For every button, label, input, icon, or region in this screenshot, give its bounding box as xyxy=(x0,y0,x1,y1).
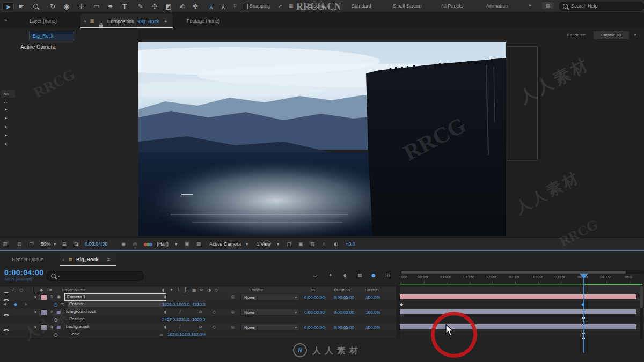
layer-name-box[interactable]: background xyxy=(64,323,165,330)
rail-panel-tab[interactable]: Na xyxy=(1,90,17,98)
duration-column-header[interactable]: Duration xyxy=(334,288,350,292)
motion-blur-icon[interactable]: ● xyxy=(371,273,376,278)
motion-blur-switch-icon[interactable]: ⊘ xyxy=(199,310,202,314)
view-layout-selector[interactable]: 1 View xyxy=(257,242,271,247)
shy-switch-icon[interactable]: ◖ xyxy=(164,295,166,299)
roto-brush-tool-button[interactable]: ✍ xyxy=(177,2,188,10)
magnification-chevron[interactable]: ▾ xyxy=(54,242,56,247)
search-help-input[interactable]: Search Help xyxy=(559,2,644,11)
layer-name-box[interactable]: Camera 1 xyxy=(64,293,166,301)
property-name-box[interactable]: Position xyxy=(68,316,165,322)
workspace-tab-essentials[interactable]: Essentials xyxy=(308,4,330,9)
quality-switch-icon[interactable]: ∕ xyxy=(179,325,181,329)
next-keyframe-icon[interactable]: ▶ xyxy=(25,302,27,306)
resolution-chevron[interactable]: ▾ xyxy=(175,242,178,247)
expand-triangle[interactable]: ▾ xyxy=(34,310,36,314)
renderer-button[interactable]: Classic 3D xyxy=(594,31,629,39)
parent-dropdown[interactable]: None ▾ xyxy=(240,294,299,301)
keyframe-indicator-icon[interactable]: ◆ xyxy=(14,302,17,307)
workspace-tab-animation[interactable]: Animation xyxy=(486,4,508,9)
view-mode-label[interactable]: Active Camera xyxy=(20,44,56,50)
layer-duration-bar[interactable] xyxy=(400,294,636,299)
playhead-line[interactable] xyxy=(583,275,584,353)
track-lane-camera-position[interactable]: ◆ ◆ xyxy=(400,301,644,309)
timeline-current-time[interactable]: 0:00:04:00 xyxy=(4,268,44,277)
stretch-value[interactable]: 100.0% xyxy=(358,310,387,315)
in-value[interactable]: 0:00:00:00 xyxy=(301,295,328,300)
timeline-h-scrollbar-handle[interactable] xyxy=(401,271,626,274)
layer-name-column-header[interactable]: Layer Name xyxy=(62,288,86,292)
workspace-bar-button[interactable]: ▤ xyxy=(542,2,554,9)
track-lane-foreground-rock[interactable] xyxy=(400,308,644,316)
column-track-divider[interactable] xyxy=(396,286,400,338)
property-name-box[interactable]: Scale xyxy=(68,331,165,337)
roi-icon[interactable]: ▣ xyxy=(185,242,189,247)
world-axis-mode-button[interactable]: Y xyxy=(218,2,229,10)
shy-switch-icon[interactable]: ◖ xyxy=(164,325,166,329)
property-value[interactable]: 2457.0,1231.5,-1000.0 xyxy=(162,317,206,322)
main-monitor-icon[interactable]: ▢ xyxy=(29,242,34,247)
pixel-aspect-icon[interactable]: ▣ xyxy=(298,242,303,247)
property-value[interactable]: 162.0,162.0,162.0% xyxy=(167,333,206,337)
parent-column-header[interactable]: Parent xyxy=(250,288,263,292)
stopwatch-icon[interactable]: ◷ xyxy=(54,317,58,322)
in-value[interactable]: 0:00:00:00 xyxy=(301,310,328,315)
tab-render-queue[interactable]: Render Queue xyxy=(12,257,43,262)
motion-blur-switch-icon[interactable]: ⊘ xyxy=(199,325,202,329)
timeline-v-scrollbar[interactable] xyxy=(640,286,643,338)
panel-scroll-arrow[interactable]: ▼ xyxy=(633,33,637,37)
workspace-tab-small-screen[interactable]: Small Screen xyxy=(393,4,422,9)
snapshot-icon[interactable]: ◉ xyxy=(121,242,126,247)
playhead-handle[interactable] xyxy=(580,274,588,279)
timeline-button-icon[interactable]: ◬ xyxy=(322,242,326,247)
camera-tool-button[interactable]: ◉ xyxy=(61,2,72,10)
snap-option-2-button[interactable]: ▦ xyxy=(286,2,296,10)
workspace-tab-standard[interactable]: Standard xyxy=(352,4,371,9)
flowchart-icon[interactable]: ∴ xyxy=(4,100,8,105)
workspace-tab-all-panels[interactable]: All Panels xyxy=(441,4,463,9)
views-chevron[interactable]: ▾ xyxy=(277,242,280,247)
tab-footage[interactable]: Footage (none) xyxy=(187,19,220,24)
rail-expand-arrow[interactable]: ▶ xyxy=(5,107,8,111)
view-axis-mode-button[interactable]: ⌑ xyxy=(230,2,240,10)
timeline-h-scrollbar[interactable] xyxy=(400,270,644,274)
property-row-foreground-position[interactable]: ◷ Position 2457.0,1231.5,-1000.0 xyxy=(0,316,396,324)
quality-switch-icon[interactable]: ∕ xyxy=(179,310,181,314)
zoom-tool-button[interactable] xyxy=(30,2,41,10)
draft-3d-icon[interactable]: ✦ xyxy=(328,273,333,278)
stopwatch-icon[interactable]: ◷ xyxy=(54,302,58,307)
clone-stamp-tool-button[interactable]: ✣ xyxy=(149,2,160,10)
parent-pickwhip-icon[interactable]: ◎ xyxy=(231,325,235,329)
tab-composition[interactable]: × ▦ Composition Big_Rock ≡ xyxy=(80,14,173,28)
layer-row-background[interactable]: ▾ 3 ▦ background ◖ ∕ ⊘ ◇ ◎ None ▾ 0:00:0… xyxy=(0,323,396,331)
brush-tool-button[interactable]: ✎ xyxy=(135,2,146,10)
view-camera-selector[interactable]: Active Camera xyxy=(209,242,241,247)
mask-visibility-icon[interactable]: ◪ xyxy=(74,242,79,247)
in-value[interactable]: 0:00:00:00 xyxy=(301,325,328,330)
shy-switch-icon[interactable]: ◖ xyxy=(164,310,166,314)
comp-mini-flowchart-icon[interactable]: ▱ xyxy=(313,273,317,278)
parent-pickwhip-icon[interactable]: ◎ xyxy=(231,295,235,299)
transparency-grid-icon[interactable]: ▦ xyxy=(196,242,201,247)
parent-dropdown[interactable]: None ▾ xyxy=(240,309,299,316)
comp-list-item[interactable]: Big_Rock xyxy=(29,32,74,40)
rail-expand-arrow[interactable]: ▶ xyxy=(5,133,8,137)
label-swatch[interactable] xyxy=(41,309,47,315)
grid-guides-icon[interactable]: ⊞ xyxy=(62,242,67,247)
tab-menu-icon[interactable]: ≡ xyxy=(107,257,110,262)
camera-chevron[interactable]: ▾ xyxy=(246,242,248,247)
rail-expand-arrow[interactable]: ▶ xyxy=(5,124,8,128)
parent-pickwhip-icon[interactable]: ◎ xyxy=(231,310,235,314)
tab-menu-icon[interactable]: ≡ xyxy=(164,19,167,24)
link-dimensions-icon[interactable]: ∞ xyxy=(160,332,163,337)
eraser-tool-button[interactable]: ◩ xyxy=(163,2,174,10)
label-swatch[interactable] xyxy=(41,294,47,300)
graph-editor-icon[interactable]: ◫ xyxy=(385,273,390,278)
stretch-value[interactable]: 100.0% xyxy=(358,295,387,300)
duration-value[interactable]: 0:00:05:00 xyxy=(330,310,358,315)
selection-tool-button[interactable]: ➤ xyxy=(2,2,14,11)
expand-triangle[interactable]: ▾ xyxy=(34,325,36,329)
property-row-camera-position[interactable]: ◀ ◆ ▶ ◷ ◹ Position 1626.0,1003.0,-4310.3 xyxy=(0,301,396,309)
layer-name-box[interactable]: foreground rock xyxy=(64,308,165,315)
in-column-header[interactable]: In xyxy=(311,288,315,292)
